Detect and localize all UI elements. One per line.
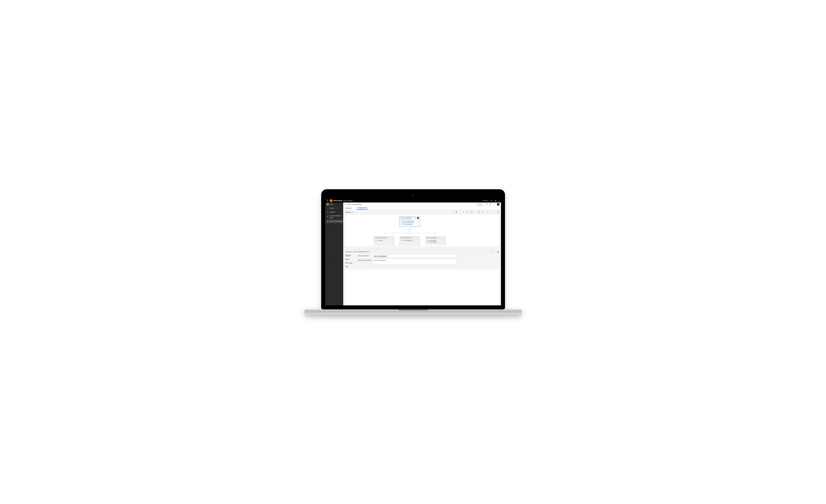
node-row[interactable]: In_Launchdate — [426, 240, 445, 241]
node-row[interactable]: rule_ProductCountry — [401, 220, 419, 222]
sidebar-item-home[interactable]: ⌂ Home — [325, 206, 343, 210]
document-icon: 🗎 — [327, 215, 328, 218]
paste-icon[interactable]: 📋 — [470, 211, 473, 214]
node-info-icon[interactable]: i — [417, 217, 419, 219]
close-page-icon[interactable]: ✕ — [497, 203, 499, 206]
folder-icon: 🗀 — [327, 211, 329, 213]
rule-name-label: Rule set name:* — [358, 254, 373, 257]
rule-icon: ⚙ — [345, 203, 346, 205]
node-rule-productdate[interactable]: rule_ProductDate In_Launchdate In_Renewa… — [425, 236, 446, 245]
camera-icon — [412, 194, 414, 196]
sidebar-item-label: rule_ProductStatus — [329, 220, 343, 222]
panel-minimize-icon[interactable]: ⎵ — [494, 250, 495, 253]
flag-icon[interactable]: ⚑ — [491, 200, 492, 201]
properties-panel: Properties: rule_ProductDetail i ▢ ⎵ ▣ — [343, 249, 501, 269]
page-title: rule_ProductStatus — [347, 203, 362, 205]
app-header: ☰ Informatica Data Quality ▾ Helen ▾ ⚑ 👤… — [325, 199, 501, 202]
info-icon[interactable]: i — [351, 211, 353, 213]
prop-nav-test[interactable]: Test — [345, 266, 358, 267]
design-label: Design — [345, 211, 350, 213]
product-name: Data Quality — [343, 200, 352, 201]
copy-icon[interactable]: ⧉ — [467, 211, 468, 214]
sidebar-item-new[interactable]: ＋ New… — [325, 202, 343, 206]
prop-nav-inputs[interactable]: Inputs — [345, 258, 358, 260]
prop-nav-rule-logic[interactable]: Rule Logic — [345, 262, 358, 264]
rule-desc-label: Rule set description: — [358, 259, 373, 261]
collapse-icon[interactable]: ⿻ — [497, 211, 499, 214]
laptop-frame: ☰ Informatica Data Quality ▾ Helen ▾ ⚑ 👤… — [321, 189, 505, 315]
sidebar-item-rule-productstatus[interactable]: ⚙ rule_ProductStatus ✕ — [325, 219, 343, 223]
user-icon[interactable]: 👤 — [494, 200, 496, 201]
panel-restore-icon[interactable]: ▢ — [490, 250, 492, 253]
sidebar-item-label: Home — [330, 207, 334, 209]
zoom-in-icon[interactable]: ⊕ — [478, 211, 480, 214]
rule-name-input[interactable] — [373, 254, 456, 258]
brand-logo-icon — [329, 199, 333, 202]
cut-icon[interactable]: ✂ — [463, 211, 464, 214]
user-menu[interactable]: Helen ▾ — [483, 200, 488, 201]
sidebar-item-label: New… — [330, 203, 335, 205]
node-collapse-icon[interactable]: ▭ — [415, 217, 416, 218]
fit-icon[interactable]: ⤢ — [486, 211, 487, 214]
prop-nav-general[interactable]: General — [345, 254, 351, 256]
expand-icon[interactable]: ⛶ — [493, 211, 495, 214]
cursor-icon: ↖ — [332, 256, 333, 258]
node-rule-productphone[interactable]: rule_ProductPhone In_ContactNumber — [400, 236, 420, 246]
node-row[interactable]: rule_ProductDate — [401, 224, 419, 225]
home-icon: ⌂ — [327, 207, 329, 209]
delete-icon[interactable]: 🗑 — [455, 211, 457, 214]
help-icon[interactable]: ? — [499, 200, 500, 201]
hamburger-icon[interactable]: ☰ — [326, 199, 328, 202]
plus-icon: ＋ — [327, 203, 329, 205]
sidebar-item-label: My Import/Export Logs — [330, 215, 342, 218]
node-title: rule_ProductDetail — [401, 217, 415, 218]
node-rule-productdetail[interactable]: rule_ProductDetail ▭ i rule_ProductCount… — [400, 216, 420, 227]
node-title: rule_ProductDate — [426, 237, 445, 238]
validate-icon[interactable]: ☑ — [489, 203, 491, 205]
sidebar-item-label: Explore — [330, 211, 335, 213]
panel-resize-handle[interactable]: ⋯ — [343, 248, 501, 249]
main-area: ⚙ rule_ProductStatus Save ↻ ☑ ⋮ ✕ D — [343, 202, 501, 305]
connector — [384, 233, 384, 236]
node-title: rule_ProductCountry — [375, 237, 393, 238]
zoom-out-icon[interactable]: ⊖ — [482, 211, 484, 214]
design-toolbar: Design i ＋ 🗑 ✂ ⧉ 📋 — [345, 211, 499, 214]
laptop-base — [305, 309, 522, 315]
sidebar-item-explore[interactable]: 🗀 Explore — [325, 210, 343, 214]
design-canvas[interactable]: rule_ProductDetail ▭ i rule_ProductCount… — [345, 214, 499, 247]
tab-configuration[interactable]: Configuration — [357, 207, 367, 210]
more-icon[interactable]: ⋮ — [493, 203, 495, 205]
product-chevron-icon[interactable]: ▾ — [353, 200, 354, 201]
brand-name: Informatica — [334, 200, 343, 201]
tab-definition[interactable]: Definition — [345, 207, 352, 210]
blank-area — [345, 269, 499, 305]
info-icon[interactable]: i — [367, 251, 370, 253]
node-row[interactable]: rule_ProductPhone — [401, 222, 419, 224]
close-tab-icon[interactable]: ✕ — [343, 220, 344, 222]
rule-icon: ⚙ — [327, 220, 328, 222]
sidebar: ＋ New… ⌂ Home 🗀 Explore 🗎 — [325, 202, 343, 305]
rule-desc-input[interactable] — [373, 259, 456, 265]
page-tabs: Definition Configuration — [343, 206, 501, 210]
node-row[interactable]: In_ContactNumber — [401, 240, 419, 241]
page-header: ⚙ rule_ProductStatus Save ↻ ☑ ⋮ ✕ — [343, 202, 501, 206]
add-icon[interactable]: ＋ — [451, 211, 453, 214]
panel-maximize-icon[interactable]: ▣ — [497, 250, 499, 253]
node-rule-productcountry[interactable]: rule_ProductCountry In_Country — [374, 236, 394, 246]
properties-title: Properties: rule_ProductDetail — [345, 251, 367, 253]
node-row[interactable]: In_Renewaldate — [426, 241, 445, 243]
node-title: rule_ProductPhone — [401, 237, 419, 238]
properties-nav: General Inputs Rule Logic Test — [345, 254, 358, 267]
sidebar-item-logs[interactable]: 🗎 My Import/Export Logs — [325, 214, 343, 219]
node-row[interactable]: In_Country — [375, 240, 393, 241]
history-icon[interactable]: ↻ — [486, 203, 487, 205]
save-button[interactable]: Save — [476, 203, 484, 206]
